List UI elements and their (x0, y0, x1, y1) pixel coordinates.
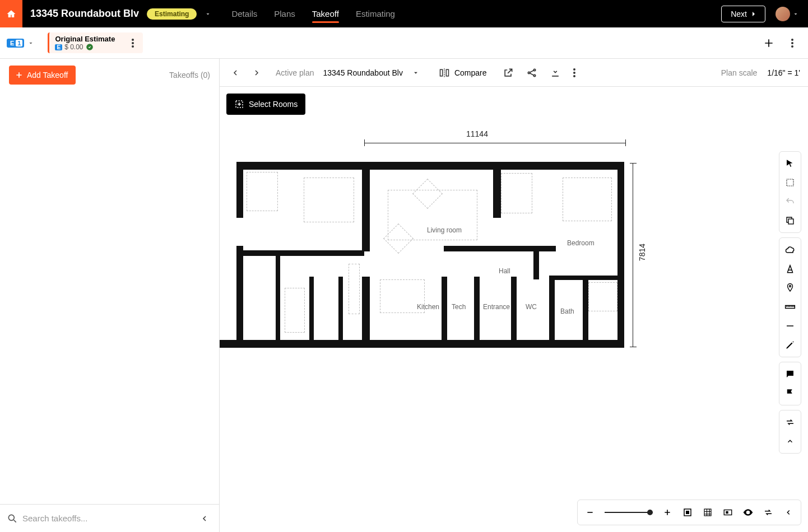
svg-point-11 (533, 69, 535, 71)
estimate-title: Original Estimate (55, 35, 115, 43)
zoom-in-button[interactable] (660, 505, 675, 520)
zoom-control-bar (577, 500, 801, 525)
zoom-slider[interactable] (605, 512, 653, 513)
top-navigation-bar: 13345 Roundabout Blv Estimating Details … (0, 0, 808, 27)
swap-icon (785, 417, 795, 427)
room-label-bath: Bath (560, 307, 574, 315)
svg-point-15 (573, 75, 575, 77)
eye-icon (742, 507, 754, 518)
tool-line[interactable] (779, 316, 801, 335)
add-takeoff-button[interactable]: Add Takeoff (9, 66, 76, 85)
chevron-down-icon (205, 11, 211, 17)
plan-scale-value[interactable]: 1/16" = 1' (767, 68, 800, 77)
main-tabs: Details Plans Takeoff Estimating (231, 0, 395, 27)
cursor-icon (785, 158, 795, 169)
tool-cloud[interactable] (779, 240, 801, 259)
svg-point-7 (8, 515, 14, 520)
user-avatar[interactable] (776, 7, 790, 21)
home-button[interactable] (0, 0, 22, 27)
estimate-selector[interactable]: E1 (7, 39, 34, 48)
svg-point-2 (132, 42, 134, 44)
add-takeoff-label: Add Takeoff (27, 71, 68, 80)
svg-point-4 (791, 39, 793, 41)
marquee-icon (785, 178, 795, 188)
chevron-up-icon (786, 437, 794, 445)
tab-takeoff[interactable]: Takeoff (312, 1, 339, 26)
chevron-left-icon (784, 508, 792, 516)
tool-ruler[interactable] (779, 297, 801, 316)
tool-pencil[interactable] (779, 335, 801, 354)
svg-point-1 (132, 39, 134, 41)
svg-point-19 (790, 286, 791, 287)
check-circle-icon (86, 43, 94, 51)
share-button[interactable] (523, 64, 541, 82)
room-label-kitchen: Kitchen (417, 303, 439, 311)
tab-estimating[interactable]: Estimating (356, 1, 395, 26)
select-rooms-button[interactable]: Select Rooms (226, 94, 305, 115)
tool-collapse-rail[interactable] (779, 432, 801, 451)
next-button[interactable]: Next (721, 6, 765, 22)
zoom-out-button[interactable] (582, 505, 598, 520)
plan-menu-button[interactable] (570, 65, 579, 81)
tool-cursor[interactable] (779, 154, 801, 173)
user-menu-dropdown[interactable] (792, 11, 799, 17)
grid-icon (703, 507, 713, 517)
tool-text[interactable] (779, 259, 801, 278)
copy-icon (785, 216, 795, 226)
plan-canvas[interactable]: Select Rooms 11144 7814 (220, 87, 808, 532)
kebab-icon (132, 39, 134, 48)
tool-swap[interactable] (779, 413, 801, 432)
plus-icon (763, 38, 774, 49)
slideshow-button[interactable] (720, 505, 736, 520)
svg-point-14 (573, 72, 575, 74)
plan-dropdown-button[interactable] (408, 66, 423, 80)
active-plan-prefix: Active plan (276, 68, 314, 77)
visibility-button[interactable] (740, 505, 756, 520)
room-label-tech: Tech (452, 303, 466, 311)
open-external-button[interactable] (499, 64, 517, 82)
room-label-entrance: Entrance (483, 303, 510, 311)
plus-icon (663, 508, 672, 517)
download-button[interactable] (546, 64, 564, 82)
kebab-icon (791, 39, 793, 48)
svg-point-5 (791, 42, 793, 44)
tool-marquee[interactable] (779, 173, 801, 192)
tab-details[interactable]: Details (231, 1, 257, 26)
compare-label: Compare (454, 68, 487, 77)
tab-plans[interactable]: Plans (274, 1, 295, 26)
tool-flag[interactable] (779, 384, 801, 403)
add-estimate-button[interactable] (759, 33, 779, 53)
tool-copy[interactable] (779, 211, 801, 230)
prev-plan-button[interactable] (227, 65, 243, 81)
search-takeoffs-input[interactable] (22, 514, 192, 523)
grid-button[interactable] (700, 505, 716, 520)
collapse-search-button[interactable] (197, 511, 212, 526)
estimate-menu-button[interactable] (128, 35, 137, 51)
dimension-horizontal: 11144 (466, 129, 488, 138)
estimate-card: Original Estimate E $ 0.00 (48, 32, 143, 53)
select-rooms-label: Select Rooms (249, 100, 298, 109)
next-plan-button[interactable] (249, 65, 264, 81)
plan-toolbar: Active plan 13345 Roundabout Blv Compare… (220, 59, 808, 87)
home-icon (6, 9, 16, 19)
sync-button[interactable] (760, 505, 776, 520)
tool-comment[interactable] (779, 365, 801, 384)
takeoffs-count: Takeoffs (0) (169, 71, 210, 80)
compare-button[interactable]: Compare (439, 67, 487, 78)
fit-screen-button[interactable] (680, 505, 695, 520)
pencil-icon (785, 340, 795, 350)
main-content: Add Takeoff Takeoffs (0) Active plan 133… (0, 59, 808, 532)
tool-undo[interactable] (779, 192, 801, 211)
project-dropdown[interactable] (201, 7, 215, 21)
tool-pin[interactable] (779, 278, 801, 297)
compare-icon (439, 67, 450, 78)
chevron-right-icon (749, 10, 758, 18)
chevron-left-icon (231, 68, 240, 77)
svg-point-6 (791, 45, 793, 48)
collapse-bottom-bar-button[interactable] (781, 505, 796, 520)
secondary-menu-button[interactable] (787, 34, 798, 52)
download-icon (550, 67, 561, 78)
kebab-icon (573, 68, 575, 77)
svg-point-10 (528, 72, 530, 73)
sync-icon (763, 507, 773, 517)
